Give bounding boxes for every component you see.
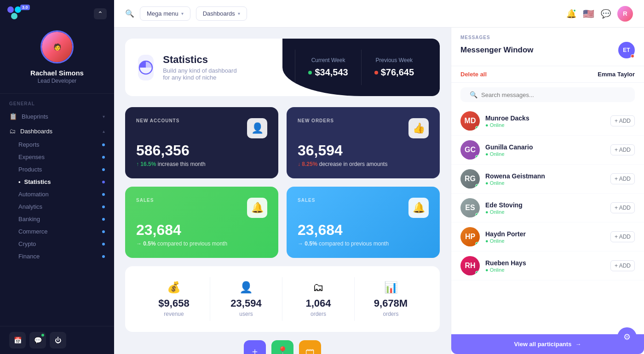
table-action-button[interactable]: 🗃 [299, 340, 321, 354]
reports-dot [102, 143, 105, 146]
haydn-status: ● Online [485, 238, 526, 244]
commerce-dot [102, 230, 105, 233]
munroe-add-button[interactable]: + ADD [610, 115, 635, 126]
topbar: 🔍 Mega menu ▾ Dashboards ▾ 🔔 🇺🇸 💬 R [114, 0, 644, 28]
banking-dot [102, 218, 105, 221]
contact-rueben[interactable]: RH Rueben Hays ● Online + ADD [451, 251, 644, 280]
sidebar-toggle-btn[interactable]: ⌃ [94, 8, 107, 19]
stats-subtitle: Build any kind of dashboard for any kind… [163, 67, 242, 81]
contact-gunilla-avatar: GC [460, 140, 480, 160]
chat-icon-btn[interactable]: 💬 [29, 332, 46, 348]
add-action-button[interactable]: ＋ [244, 340, 266, 354]
mega-menu-button[interactable]: Mega menu ▾ [140, 6, 190, 21]
products-dot [102, 168, 105, 171]
sales-green-value: 23,684 [136, 222, 267, 239]
contact-rowena[interactable]: RG Rowena Geistmann ● Online + ADD [451, 165, 644, 194]
messenger-title-row: Messenger Window ET [460, 42, 635, 58]
new-accounts-value: 586,356 [136, 142, 267, 159]
crypto-label: Crypto [18, 240, 36, 247]
haydn-add-button[interactable]: + ADD [610, 231, 635, 242]
sidebar-item-banking[interactable]: Banking [0, 213, 114, 225]
contact-rowena-avatar: RG [460, 169, 480, 188]
new-accounts-label: NEW ACCOUNTS [136, 118, 179, 123]
ede-online-dot [475, 213, 479, 217]
bstat-orders2: 📊 9,678M orders [355, 277, 427, 321]
rowena-add-button[interactable]: + ADD [610, 173, 635, 184]
gunilla-add-button[interactable]: + ADD [610, 144, 635, 155]
bstat-orders: 🗂 1,064 orders [282, 277, 355, 321]
action-buttons-row: ＋ 📍 🗃 [125, 340, 440, 354]
messenger-actions-bar: Delete all Emma Taylor [451, 66, 644, 83]
settings-fab-button[interactable]: ⚙ [617, 327, 637, 347]
sidebar-section-label: GENERAL [0, 94, 114, 109]
dashboards-top-button[interactable]: Dashboards ▾ [196, 6, 247, 21]
topbar-right: 🔔 🇺🇸 💬 R [566, 6, 633, 22]
location-action-button[interactable]: 📍 [271, 340, 293, 354]
orders-value: 1,064 [305, 297, 331, 309]
user-avatar-top[interactable]: R [617, 6, 633, 22]
sidebar-item-crypto[interactable]: Crypto [0, 238, 114, 250]
reports-label: Reports [18, 141, 40, 148]
sidebar-item-finance[interactable]: Finance [0, 250, 114, 263]
ede-add-button[interactable]: + ADD [610, 202, 635, 213]
dashboards-top-label: Dashboards [203, 10, 235, 17]
messenger-panel: MESSAGES Messenger Window ET Delete all … [451, 28, 644, 354]
messages-button[interactable]: 💬 [601, 9, 611, 19]
statistics-label: Statistics [24, 178, 98, 185]
contact-rueben-info: Rueben Hays ● Online [485, 259, 526, 273]
mega-menu-arrow-icon: ▾ [181, 11, 184, 16]
rueben-name: Rueben Hays [485, 259, 526, 267]
stats-header-icon [138, 55, 154, 80]
sidebar-item-commerce[interactable]: Commerce [0, 225, 114, 238]
notification-dot [573, 9, 576, 12]
contact-ede[interactable]: ES Ede Stoving ● Online + ADD [451, 194, 644, 223]
orders2-value: 9,678M [374, 297, 408, 309]
notifications-button[interactable]: 🔔 [566, 9, 576, 19]
topbar-left: 🔍 Mega menu ▾ Dashboards ▾ [125, 6, 247, 21]
stat-cards-grid: NEW ACCOUNTS 👤 586,356 ↑ 16.5% increase … [125, 107, 440, 258]
contact-haydn[interactable]: HP Haydn Porter ● Online + ADD [451, 223, 644, 251]
blueprints-icon: 📋 [9, 113, 17, 120]
stat-card-new-orders: NEW ORDERS 👍 36,594 ↓ 8.25% decrease in … [287, 107, 440, 178]
contact-munroe[interactable]: MD Munroe Dacks ● Online + ADD [451, 107, 644, 136]
sidebar-item-reports[interactable]: Reports [0, 138, 114, 151]
sidebar-item-automation[interactable]: Automation [0, 188, 114, 200]
calendar-icon-btn[interactable]: 📅 [9, 332, 26, 348]
earnings-label: Earnings [242, 57, 295, 79]
expenses-label: Expenses [18, 154, 45, 160]
contact-ede-avatar: ES [460, 198, 480, 217]
sidebar-item-expenses[interactable]: Expenses [0, 151, 114, 163]
search-button[interactable]: 🔍 [125, 9, 134, 18]
contact-gunilla[interactable]: GC Gunilla Canario ● Online + ADD [451, 136, 644, 165]
earnings-section: Earnings Current Week $34,543 Previous W… [242, 50, 427, 85]
rueben-online-dot [475, 271, 479, 275]
munroe-name: Munroe Dacks [485, 114, 529, 122]
mega-menu-label: Mega menu [147, 10, 178, 17]
emma-taylor-label: Emma Taylor [598, 71, 635, 78]
gunilla-status: ● Online [485, 151, 533, 157]
dashboards-label: Dashboards [20, 128, 52, 135]
revenue-value: $9,658 [158, 297, 189, 309]
stats-header-card: Statistics Build any kind of dashboard f… [125, 39, 440, 96]
new-orders-change: ↓ 8.25% decrease in orders amounts [298, 161, 429, 167]
delete-all-button[interactable]: Delete all [460, 71, 487, 78]
sidebar-item-dashboards[interactable]: 🗂 Dashboards ▴ [0, 124, 114, 138]
contact-gunilla-left: GC Gunilla Canario ● Online [460, 140, 533, 160]
sidebar-item-products[interactable]: Products [0, 163, 114, 176]
language-flag[interactable]: 🇺🇸 [583, 8, 594, 19]
sidebar-item-blueprints[interactable]: 📋 Blueprints ▾ [0, 109, 114, 124]
ede-status: ● Online [485, 209, 523, 215]
view-all-participants-button[interactable]: View all participants → [451, 334, 644, 354]
contact-rueben-avatar: RH [460, 256, 480, 275]
messenger-header: MESSAGES Messenger Window ET [451, 28, 644, 66]
power-icon-btn[interactable]: ⏻ [50, 332, 66, 348]
contact-gunilla-info: Gunilla Canario ● Online [485, 143, 533, 157]
statistics-bullet: • [18, 178, 21, 185]
sidebar-item-statistics[interactable]: • Statistics [0, 176, 114, 188]
rowena-online-dot [475, 184, 479, 188]
new-accounts-icon: 👤 [247, 118, 267, 138]
rueben-add-button[interactable]: + ADD [610, 260, 635, 271]
bstat-revenue: 💰 $9,658 revenue [138, 277, 210, 321]
sidebar-item-analytics[interactable]: Analytics [0, 200, 114, 213]
messenger-search-input[interactable] [481, 91, 626, 98]
